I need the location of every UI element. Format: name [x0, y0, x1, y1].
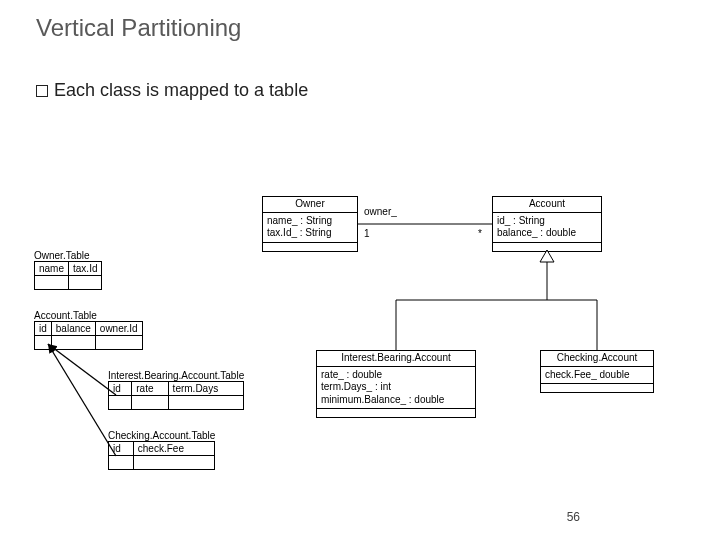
checking-table-caption: Checking.Account.Table	[108, 430, 215, 441]
uml-owner: Owner name_ : String tax.Id_ : String	[262, 196, 358, 252]
owner-table-caption: Owner.Table	[34, 250, 102, 261]
table-row	[109, 456, 215, 470]
uml-class-name: Checking.Account	[541, 351, 653, 367]
table-row	[35, 276, 102, 290]
assoc-mult-right: *	[478, 228, 482, 239]
iba-table: Interest.Bearing.Account.Table idrateter…	[108, 370, 244, 410]
uml-account: Account id_ : String balance_ : double	[492, 196, 602, 252]
table-row: idcheck.Fee	[109, 442, 215, 456]
bullet-square-icon	[36, 85, 48, 97]
uml-class-name: Account	[493, 197, 601, 213]
uml-attrs: id_ : String balance_ : double	[493, 213, 601, 243]
uml-attrs: name_ : String tax.Id_ : String	[263, 213, 357, 243]
assoc-mult-left: 1	[364, 228, 370, 239]
uml-class-name: Owner	[263, 197, 357, 213]
iba-table-caption: Interest.Bearing.Account.Table	[108, 370, 244, 381]
account-table-caption: Account.Table	[34, 310, 143, 321]
account-table: Account.Table idbalanceowner.Id	[34, 310, 143, 350]
uml-attrs: rate_ : double term.Days_ : int minimum.…	[317, 367, 475, 410]
assoc-role-label: owner_	[364, 206, 397, 217]
bullet-text: Each class is mapped to a table	[54, 80, 308, 100]
svg-line-8	[48, 344, 116, 456]
bullet-line: Each class is mapped to a table	[36, 80, 308, 101]
table-row	[35, 336, 143, 350]
table-row: idbalanceowner.Id	[35, 322, 143, 336]
svg-line-7	[48, 344, 116, 395]
uml-checking: Checking.Account check.Fee_ double	[540, 350, 654, 393]
table-row: nametax.Id	[35, 262, 102, 276]
page-title: Vertical Partitioning	[36, 14, 241, 42]
svg-marker-2	[540, 250, 554, 262]
page-number: 56	[567, 510, 580, 524]
owner-table: Owner.Table nametax.Id	[34, 250, 102, 290]
uml-attrs: check.Fee_ double	[541, 367, 653, 385]
uml-class-name: Interest.Bearing.Account	[317, 351, 475, 367]
table-row: idrateterm.Days	[109, 382, 244, 396]
checking-table: Checking.Account.Table idcheck.Fee	[108, 430, 215, 470]
uml-iba: Interest.Bearing.Account rate_ : double …	[316, 350, 476, 418]
table-row	[109, 396, 244, 410]
